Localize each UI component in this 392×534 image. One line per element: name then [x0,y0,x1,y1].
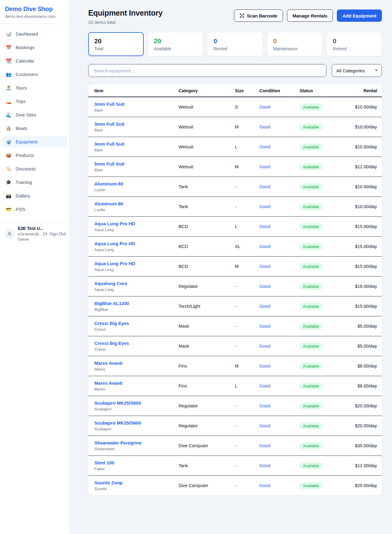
status-badge: Available [300,442,322,449]
item-name-link[interactable]: BigBlue AL1200 [94,301,129,306]
item-name-link[interactable]: 3mm Full Suit [94,121,124,127]
user-email: e2e-tester@... [18,232,40,237]
item-name-link[interactable]: Suunto Zoop [94,480,123,485]
item-name-link[interactable]: Aqua Lung Pro HD [94,261,135,266]
status-badge: Available [300,343,322,350]
item-brand: Scubapro [94,427,176,431]
item-condition-link[interactable]: Good [259,304,270,309]
item-size: L [235,376,259,396]
table-header-row: Item Category Size Condition Status Rent… [88,84,382,97]
sidebar-item-pos[interactable]: 💳 POS [2,204,67,215]
add-equipment-button[interactable]: Add Equipment [337,10,382,22]
item-category: Wetsuit [179,157,235,177]
stat-card-total[interactable]: 20 Total [88,32,144,56]
sidebar-item-dashboard[interactable]: 📊 Dashboard [2,28,67,39]
status-badge: Available [300,462,322,469]
item-name-link[interactable]: Aluminum 80 [94,201,123,206]
scan-barcode-button[interactable]: Scan Barcode [234,10,283,22]
sidebar-item-calendar[interactable]: 📆 Calendar [2,55,67,66]
item-condition-link[interactable]: Good [259,443,270,448]
item-name-link[interactable]: Shearwater Peregrine [94,440,141,445]
sidebar-item-equipment[interactable]: 🤿 Equipment [2,136,67,147]
item-name-link[interactable]: Aqualung Core [94,281,127,286]
sailboat-icon: ⛵ [6,126,12,131]
item-condition-link[interactable]: Good [259,324,270,329]
table-row: Aqualung Core Aqua Lung Regulator - Good… [88,277,382,296]
stat-card-rented[interactable]: 0 Rented [207,32,263,56]
sidebar-item-gallery[interactable]: 📸 Gallery [2,190,67,201]
item-size: M [235,257,259,277]
table-row: Cressi Big Eyes Cressi Mask - Good Avail… [88,336,382,356]
person-icon [7,231,12,237]
item-condition-link[interactable]: Good [259,383,270,388]
sidebar-item-discounts[interactable]: 🏷️ Discounts [2,163,67,174]
item-name-link[interactable]: Mares Avanti [94,360,123,366]
item-condition-link[interactable]: Good [259,224,270,229]
sidebar-item-dive-sites[interactable]: 🌊 Dive Sites [2,109,67,120]
stat-card-maintenance[interactable]: 0 Maintenance [267,32,322,56]
item-name-link[interactable]: 3mm Full Suit [94,141,124,147]
item-condition-link[interactable]: Good [259,364,270,368]
item-name-link[interactable]: Aqua Lung Pro HD [94,241,135,246]
item-rental: $15.00/day [339,257,382,277]
item-brand: Faber [94,467,176,471]
tear-off-calendar-icon: 📆 [6,59,12,63]
sidebar-item-trips[interactable]: 🚤 Trips [2,96,67,107]
item-name-link[interactable]: 5mm Full Suit [94,161,124,166]
credit-card-icon: 💳 [6,207,12,212]
stat-card-available[interactable]: 20 Available [148,32,203,56]
search-input[interactable] [88,64,326,77]
item-brand: Scubapro [94,407,176,411]
sidebar-item-customers[interactable]: 👥 Customers [2,69,67,80]
item-condition-link[interactable]: Good [259,264,270,269]
item-name-link[interactable]: Aqua Lung Pro HD [94,221,135,226]
item-condition-link[interactable]: Good [259,184,270,189]
sidebar-item-products[interactable]: 📦 Products [2,150,67,161]
item-condition-link[interactable]: Good [259,344,270,349]
brand-link[interactable]: Demo Dive Shop [5,6,65,13]
sidebar-item-tours[interactable]: 🏝️ Tours [2,82,67,93]
equipment-table: Item Category Size Condition Status Rent… [88,84,382,495]
sidebar-item-boats[interactable]: ⛵ Boats [2,123,67,134]
item-name-link[interactable]: Cressi Big Eyes [94,321,129,326]
item-condition-link[interactable]: Good [259,105,270,109]
category-select[interactable]: All Categories [332,64,382,77]
sidebar-item-bookings[interactable]: 📅 Bookings [2,42,67,53]
item-condition-link[interactable]: Good [259,284,270,289]
stat-label: Rented [213,46,257,51]
item-condition-link[interactable]: Good [259,403,270,408]
brand-block: Demo Dive Shop demo.test.divestreams.com [0,0,70,24]
people-icon: 👥 [6,72,12,77]
item-condition-link[interactable]: Good [259,204,270,209]
item-name-link[interactable]: Scubapro MK25/S600 [94,420,141,425]
status-badge: Available [300,383,322,390]
stat-card-retired[interactable]: 0 Retired [326,32,382,56]
item-size: - [235,436,259,456]
item-condition-link[interactable]: Good [259,124,270,129]
item-name-link[interactable]: 3mm Full Suit [94,101,124,107]
item-rental: $10.00/day [339,117,382,137]
item-size: M [235,117,259,137]
item-name-link[interactable]: Cressi Big Eyes [94,341,129,346]
item-condition-link[interactable]: Good [259,164,270,169]
item-name-link[interactable]: Mares Avanti [94,380,123,386]
item-category: Wetsuit [179,97,235,117]
item-size: - [235,416,259,436]
item-condition-link[interactable]: Good [259,244,270,249]
item-condition-link[interactable]: Good [259,144,270,149]
item-name-link[interactable]: Aluminum 80 [94,181,123,186]
item-name-link[interactable]: Scubapro MK25/S600 [94,400,141,406]
status-badge: Available [300,283,322,290]
status-badge: Available [300,124,322,131]
item-condition-link[interactable]: Good [259,483,270,488]
item-name-link[interactable]: Steel 100 [94,460,114,465]
sidebar-item-training[interactable]: 🎓 Training [2,177,67,188]
page-title: Equipment Inventory [88,9,163,17]
manage-rentals-button[interactable]: Manage Rentals [287,10,333,22]
table-row: Scubapro MK25/S600 Scubapro Regulator - … [88,396,382,416]
table-row: Mares Avanti Mares Fins L Good Available… [88,376,382,396]
sign-out-button[interactable]: Sign Out [43,231,66,236]
filter-bar: All Categories [88,64,382,77]
item-condition-link[interactable]: Good [259,423,270,428]
item-condition-link[interactable]: Good [259,463,270,468]
